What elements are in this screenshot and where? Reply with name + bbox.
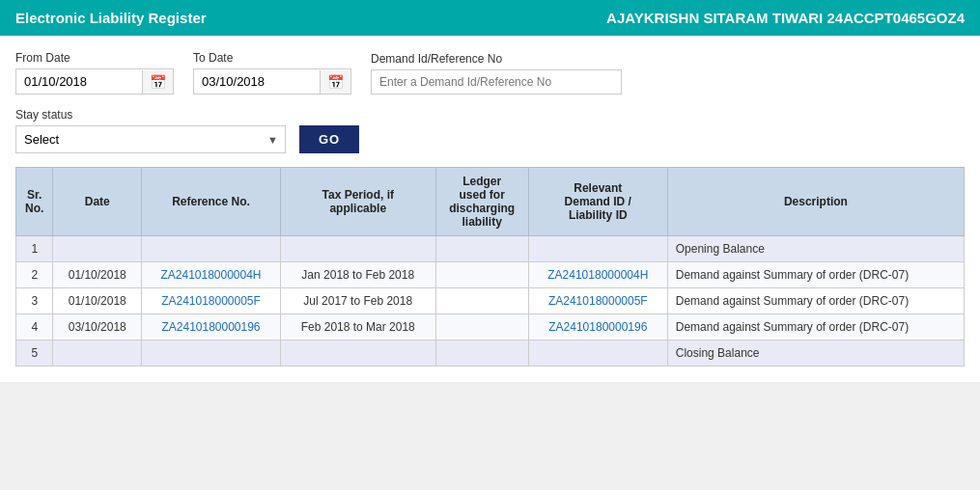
- col-ledger: Ledgerused fordischargingliability: [435, 168, 528, 236]
- table-cell-demand-id[interactable]: ZA241018000005F: [528, 288, 667, 314]
- col-demand-id: RelevantDemand ID /Liability ID: [528, 168, 667, 236]
- table-header-row: Sr.No. Date Reference No. Tax Period, if…: [16, 168, 965, 236]
- table-row: 201/10/2018ZA241018000004HJan 2018 to Fe…: [16, 262, 965, 288]
- demand-id-group: Demand Id/Reference No: [371, 52, 622, 95]
- table-row: 403/10/2018ZA2410180000196Feb 2018 to Ma…: [16, 314, 965, 340]
- user-info: AJAYKRISHN SITARAM TIWARI 24ACCPT0465GOZ…: [606, 10, 965, 26]
- table-cell: 3: [16, 288, 53, 314]
- table-cell-description: Closing Balance: [667, 340, 964, 367]
- to-date-group: To Date 📅: [193, 51, 351, 95]
- stay-status-select-wrapper: Select ▼: [15, 125, 286, 153]
- table-cell-ref[interactable]: ZA241018000005F: [142, 288, 281, 314]
- col-tax-period: Tax Period, ifapplicable: [280, 168, 435, 236]
- table-cell-demand-id[interactable]: ZA2410180000196: [528, 314, 667, 340]
- col-description: Description: [667, 168, 964, 236]
- from-date-calendar-icon[interactable]: 📅: [142, 70, 173, 94]
- table-cell: Feb 2018 to Mar 2018: [280, 314, 435, 340]
- table-cell-description: Demand against Summary of order (DRC-07): [667, 288, 964, 314]
- table-cell: 01/10/2018: [53, 262, 142, 288]
- liability-table: Sr.No. Date Reference No. Tax Period, if…: [15, 167, 965, 367]
- table-container: Sr.No. Date Reference No. Tax Period, if…: [15, 167, 965, 367]
- from-date-group: From Date 📅: [15, 51, 174, 95]
- table-row: 5Closing Balance: [16, 340, 965, 367]
- table-cell: [53, 236, 142, 262]
- table-cell-demand-id[interactable]: ZA241018000004H: [528, 262, 667, 288]
- table-cell: [435, 236, 528, 262]
- from-date-input[interactable]: [16, 69, 142, 94]
- table-cell: 03/10/2018: [53, 314, 142, 340]
- table-cell: [280, 340, 435, 367]
- table-cell-ref[interactable]: ZA2410180000196: [142, 314, 281, 340]
- from-date-input-wrapper: 📅: [15, 68, 174, 95]
- app-title: Electronic Liability Register: [15, 10, 207, 26]
- table-cell: [142, 236, 281, 262]
- table-row: 1Opening Balance: [16, 236, 965, 262]
- table-cell: Jan 2018 to Feb 2018: [280, 262, 435, 288]
- table-cell: Jul 2017 to Feb 2018: [280, 288, 435, 314]
- table-cell-description: Opening Balance: [667, 236, 964, 262]
- table-cell: 4: [16, 314, 53, 340]
- table-cell: [435, 288, 528, 314]
- col-sr-no: Sr.No.: [16, 168, 53, 236]
- table-cell: [435, 262, 528, 288]
- demand-id-label: Demand Id/Reference No: [371, 52, 622, 66]
- header: Electronic Liability Register AJAYKRISHN…: [0, 0, 980, 36]
- table-cell: 01/10/2018: [53, 288, 142, 314]
- to-date-label: To Date: [193, 51, 351, 65]
- stay-status-label: Stay status: [15, 108, 286, 122]
- table-cell: 2: [16, 262, 53, 288]
- table-cell-description: Demand against Summary of order (DRC-07): [667, 262, 964, 288]
- table-cell: [435, 314, 528, 340]
- table-cell-description: Demand against Summary of order (DRC-07): [667, 314, 964, 340]
- from-date-label: From Date: [15, 51, 174, 65]
- demand-id-input[interactable]: [371, 69, 622, 95]
- table-cell: [280, 236, 435, 262]
- table-cell: [142, 340, 281, 367]
- to-date-input-wrapper: 📅: [193, 68, 351, 95]
- col-date: Date: [53, 168, 142, 236]
- to-date-input[interactable]: [194, 69, 320, 94]
- table-cell: 1: [16, 236, 53, 262]
- table-cell: [435, 340, 528, 367]
- table-cell: [528, 340, 667, 367]
- go-button[interactable]: GO: [299, 125, 359, 153]
- stay-status-group: Stay status Select ▼: [15, 108, 286, 153]
- table-row: 301/10/2018ZA241018000005FJul 2017 to Fe…: [16, 288, 965, 314]
- table-cell: [528, 236, 667, 262]
- to-date-calendar-icon[interactable]: 📅: [320, 70, 350, 94]
- table-cell: [53, 340, 142, 367]
- table-cell-ref[interactable]: ZA241018000004H: [142, 262, 281, 288]
- table-cell: 5: [16, 340, 53, 367]
- col-ref-no: Reference No.: [142, 168, 281, 236]
- stay-status-select[interactable]: Select: [15, 125, 286, 153]
